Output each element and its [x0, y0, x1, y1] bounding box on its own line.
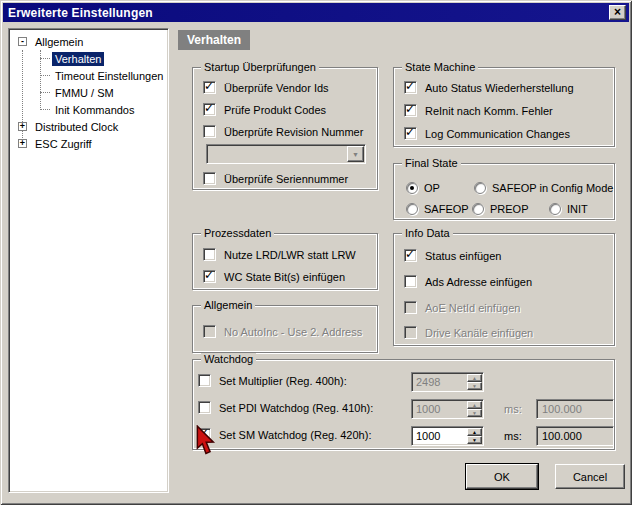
- window-title: Erweiterte Einstellungen: [3, 6, 153, 20]
- page-title: Verhalten: [178, 30, 250, 50]
- title-bar[interactable]: Erweiterte Einstellungen ×: [3, 3, 629, 22]
- pdi-ms-value-field: 100.000: [536, 399, 614, 419]
- sm-ms-value-field: 100.000: [536, 426, 614, 446]
- checkbox-auto-status-wiederherstellung[interactable]: ✓ Auto Status Wiederherstellung: [404, 81, 574, 94]
- tree-expand-icon[interactable]: +: [18, 122, 27, 131]
- tree-item-distributed-clock[interactable]: + Distributed Clock: [9, 118, 168, 135]
- dropdown-button[interactable]: ▼: [347, 146, 364, 162]
- radio-safeop-in-config-mode[interactable]: SAFEOP in Config Mode: [474, 181, 613, 194]
- checkbox-no-autoinc: ✓ No AutoInc - Use 2. Address: [203, 325, 362, 338]
- spin-down-icon[interactable]: ▼: [467, 436, 482, 444]
- spinner: ▲ ▼: [467, 401, 482, 417]
- radio-dot-icon: [410, 186, 414, 190]
- settings-tree: - Allgemein Verhalten Timeout Einstellun…: [8, 28, 169, 493]
- checkbox-ads-adresse-einfuegen[interactable]: ✓ Ads Adresse einfügen: [404, 275, 532, 288]
- checkbox-icon: ✓: [203, 248, 216, 261]
- radio-icon: [406, 182, 418, 194]
- tree-item-label: FMMU / SM: [52, 86, 117, 100]
- ms-label: ms:: [504, 403, 522, 415]
- checkbox-label: AoE NetId einfügen: [425, 302, 520, 314]
- group-final-state: Final State OP SAFEOP in Config Mode SAF…: [393, 163, 615, 220]
- tree-item-esc-zugriff[interactable]: + ESC Zugriff: [9, 135, 168, 152]
- tree-collapse-icon[interactable]: -: [18, 37, 27, 46]
- checkbox-icon: ✓: [203, 172, 216, 185]
- checkbox-pruefe-produkt-codes[interactable]: ✓ Prüfe Produkt Codes: [203, 103, 326, 116]
- radio-preop[interactable]: PREOP: [472, 202, 529, 215]
- tree-item-label-selected: Verhalten: [52, 52, 104, 66]
- group-title: Startup Überprüfungen: [201, 61, 319, 73]
- checkbox-ueberpruefe-vendor-ids[interactable]: ✓ Überprüfe Vendor Ids: [203, 81, 329, 94]
- checkbox-icon: ✓: [203, 270, 216, 283]
- checkbox-set-sm-watchdog[interactable]: ✓ Set SM Watchdog (Reg. 420h):: [198, 428, 371, 441]
- tree-item-fmmu-sm[interactable]: FMMU / SM: [9, 84, 168, 101]
- checkbox-label: WC State Bit(s) einfügen: [224, 271, 345, 283]
- check-icon: ✓: [204, 268, 214, 282]
- chevron-down-icon: ▼: [352, 151, 359, 158]
- radio-icon: [549, 203, 561, 215]
- checkbox-set-pdi-watchdog[interactable]: ✓ Set PDI Watchdog (Reg. 410h):: [198, 401, 373, 414]
- checkbox-wc-state-bits[interactable]: ✓ WC State Bit(s) einfügen: [203, 270, 345, 283]
- radio-label: INIT: [567, 203, 588, 215]
- spin-down-icon: ▼: [467, 382, 482, 390]
- spin-up-icon[interactable]: ▲: [467, 428, 482, 436]
- group-prozessdaten: Prozessdaten ✓ Nutze LRD/LWR statt LRW ✓…: [192, 233, 378, 290]
- close-icon: ×: [614, 7, 621, 17]
- check-icon: ✓: [204, 79, 214, 93]
- sm-watchdog-spin-input[interactable]: 1000 ▲ ▼: [411, 426, 484, 446]
- checkbox-label: No AutoInc - Use 2. Address: [224, 326, 362, 338]
- checkbox-label: Überprüfe Revision Nummer: [224, 126, 363, 138]
- revision-combobox[interactable]: ▼: [206, 144, 366, 164]
- check-icon: ✓: [405, 79, 415, 93]
- advanced-settings-dialog: Erweiterte Einstellungen × - Allgemein V…: [0, 0, 632, 505]
- checkbox-label: Auto Status Wiederherstellung: [425, 82, 574, 94]
- group-title: Prozessdaten: [201, 227, 274, 239]
- radio-icon: [472, 203, 484, 215]
- checkbox-aoe-netid-einfuegen: ✓ AoE NetId einfügen: [404, 301, 520, 314]
- checkbox-ueberpruefe-revision-nummer[interactable]: ✓ Überprüfe Revision Nummer: [203, 125, 363, 138]
- checkbox-label: Log Communication Changes: [425, 128, 570, 140]
- spinner[interactable]: ▲ ▼: [467, 428, 482, 444]
- ok-button[interactable]: OK: [466, 464, 538, 489]
- checkbox-set-multiplier[interactable]: ✓ Set Multiplier (Reg. 400h):: [198, 374, 347, 387]
- radio-safeop[interactable]: SAFEOP: [406, 202, 469, 215]
- multiplier-spin-input: 2498 ▲ ▼: [411, 372, 484, 392]
- tree-item-verhalten[interactable]: Verhalten: [9, 50, 168, 67]
- checkbox-label: Status einfügen: [425, 250, 501, 262]
- spinner: ▲ ▼: [467, 374, 482, 390]
- radio-label: SAFEOP in Config Mode: [492, 182, 613, 194]
- checkbox-label: Set SM Watchdog (Reg. 420h):: [219, 429, 371, 441]
- checkbox-log-communication-changes[interactable]: ✓ Log Communication Changes: [404, 127, 570, 140]
- radio-icon: [474, 182, 486, 194]
- group-state-machine: State Machine ✓ Auto Status Wiederherste…: [393, 67, 615, 147]
- checkbox-ueberpruefe-seriennummer[interactable]: ✓ Überprüfe Seriennummer: [203, 172, 348, 185]
- checkbox-label: Set Multiplier (Reg. 400h):: [219, 375, 347, 387]
- close-button[interactable]: ×: [609, 5, 626, 20]
- checkbox-icon: ✓: [404, 127, 417, 140]
- radio-init[interactable]: INIT: [549, 202, 588, 215]
- checkbox-label: Set PDI Watchdog (Reg. 410h):: [219, 402, 373, 414]
- checkbox-reinit-nach-komm-fehler[interactable]: ✓ ReInit nach Komm. Fehler: [404, 104, 553, 117]
- combobox-value: [207, 145, 346, 163]
- radio-op[interactable]: OP: [406, 181, 440, 194]
- tree-item-timeout-einstellungen[interactable]: Timeout Einstellungen: [9, 67, 168, 84]
- checkbox-icon: ✓: [404, 301, 417, 314]
- checkbox-icon: ✓: [404, 249, 417, 262]
- tree-item-label: Allgemein: [32, 35, 86, 49]
- check-icon: ✓: [204, 101, 214, 115]
- spin-down-icon: ▼: [467, 409, 482, 417]
- tree-item-label: Init Kommandos: [52, 103, 137, 117]
- tree-item-allgemein[interactable]: - Allgemein: [9, 33, 168, 50]
- tree-item-label: Timeout Einstellungen: [52, 69, 166, 83]
- ms-label: ms:: [504, 430, 522, 442]
- checkbox-label: Überprüfe Vendor Ids: [224, 82, 329, 94]
- tree-expand-icon[interactable]: +: [18, 139, 27, 148]
- spin-up-icon: ▲: [467, 401, 482, 409]
- checkbox-nutze-lrd-lwr[interactable]: ✓ Nutze LRD/LWR statt LRW: [203, 248, 356, 261]
- cancel-button[interactable]: Cancel: [555, 464, 625, 489]
- group-watchdog: Watchdog ✓ Set Multiplier (Reg. 400h): 2…: [192, 359, 615, 450]
- checkbox-icon: ✓: [404, 81, 417, 94]
- radio-icon: [406, 203, 418, 215]
- group-info-data: Info Data ✓ Status einfügen ✓ Ads Adress…: [393, 233, 615, 346]
- tree-item-init-kommandos[interactable]: Init Kommandos: [9, 101, 168, 118]
- checkbox-status-einfuegen[interactable]: ✓ Status einfügen: [404, 249, 501, 262]
